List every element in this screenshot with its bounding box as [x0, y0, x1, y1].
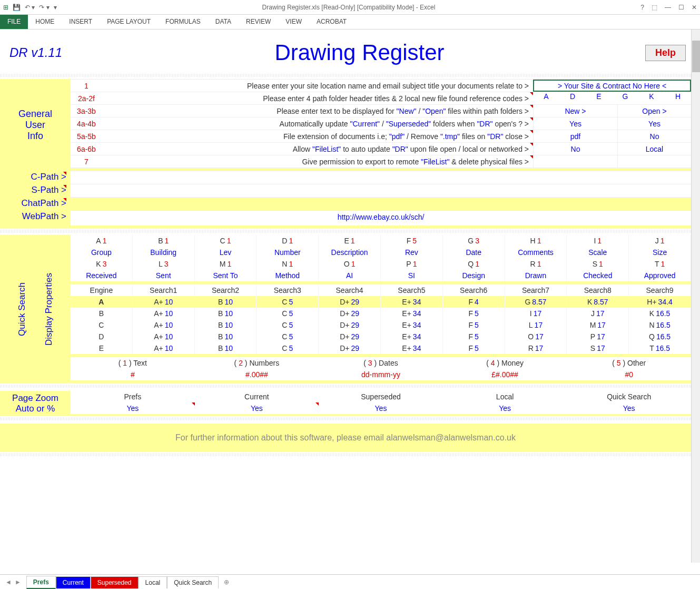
save-icon[interactable]: 💾 — [13, 4, 21, 11]
c-path-input[interactable] — [71, 171, 691, 184]
col-header[interactable]: G3 — [443, 235, 505, 247]
engine-cell[interactable]: D — [71, 331, 133, 342]
col-name[interactable]: Drawn — [505, 270, 567, 281]
col-name[interactable]: Lev — [195, 247, 257, 258]
search-cell[interactable]: D+29 — [319, 331, 381, 342]
col-name[interactable]: Approved — [629, 270, 691, 281]
format-value[interactable]: £#.00## — [443, 369, 567, 380]
ribbon-tab-review[interactable]: REVIEW — [239, 15, 278, 29]
search-cell[interactable]: B10 — [195, 319, 257, 331]
maximize-icon[interactable]: ☐ — [678, 4, 684, 11]
col-header[interactable]: K3 — [71, 258, 133, 270]
format-value[interactable]: #0 — [567, 369, 691, 380]
search-cell[interactable]: N16.5 — [629, 319, 691, 331]
col-name[interactable]: Comments — [505, 247, 567, 258]
col-name[interactable]: Rev — [381, 247, 443, 258]
search-cell[interactable]: B10 — [195, 331, 257, 342]
ribbon-tab-data[interactable]: DATA — [208, 15, 239, 29]
search-cell[interactable]: A+10 — [133, 342, 195, 354]
col-name[interactable]: Building — [133, 247, 195, 258]
format-value[interactable]: # — [71, 369, 195, 380]
search-cell[interactable]: L17 — [505, 319, 567, 331]
search-cell[interactable]: F5 — [443, 319, 505, 331]
general-row-7[interactable]: 7 Give permission to export to remote "F… — [71, 155, 691, 168]
col-header[interactable]: M1 — [195, 258, 257, 270]
col-name[interactable]: Design — [443, 270, 505, 281]
search-cell[interactable]: J17 — [567, 308, 629, 319]
search-cell[interactable]: C5 — [257, 319, 319, 331]
col-name[interactable]: Date — [443, 247, 505, 258]
col-header[interactable]: N1 — [257, 258, 319, 270]
col-header[interactable]: P1 — [381, 258, 443, 270]
chat-path-input[interactable] — [71, 197, 691, 210]
col-name[interactable]: Received — [71, 270, 133, 281]
ribbon-tab-formulas[interactable]: FORMULAS — [158, 15, 208, 29]
general-row-2[interactable]: 2a-2f Please enter 4 path folder header … — [71, 92, 691, 104]
col-name[interactable]: Description — [319, 247, 381, 258]
search-cell[interactable]: S17 — [567, 342, 629, 354]
search-cell[interactable]: C5 — [257, 342, 319, 354]
search-cell[interactable]: E+34 — [381, 308, 443, 319]
search-cell[interactable]: E+34 — [381, 296, 443, 308]
search-cell[interactable]: C5 — [257, 296, 319, 308]
col-name[interactable]: Number — [257, 247, 319, 258]
close-icon[interactable]: ✕ — [692, 4, 697, 11]
format-value[interactable]: #.00## — [195, 369, 319, 380]
col-header[interactable]: O1 — [319, 258, 381, 270]
col-header[interactable]: Q1 — [443, 258, 505, 270]
search-cell[interactable]: T16.5 — [629, 342, 691, 354]
search-cell[interactable]: D+29 — [319, 296, 381, 308]
col-name[interactable]: Checked — [567, 270, 629, 281]
col-header[interactable]: T1 — [629, 258, 691, 270]
search-cell[interactable]: C5 — [257, 331, 319, 342]
ribbon-tab-insert[interactable]: INSERT — [62, 15, 100, 29]
web-path-input[interactable]: http://www.ebay.co.uk/sch/ — [71, 210, 691, 223]
col-header[interactable]: C1 — [195, 235, 257, 247]
search-cell[interactable]: E+34 — [381, 319, 443, 331]
search-cell[interactable]: C5 — [257, 308, 319, 319]
search-cell[interactable]: H+34.4 — [629, 296, 691, 308]
format-value[interactable]: dd-mmm-yy — [319, 369, 443, 380]
col-header[interactable]: J1 — [629, 235, 691, 247]
search-cell[interactable]: A+10 — [133, 308, 195, 319]
col-name[interactable]: Size — [629, 247, 691, 258]
general-row-4[interactable]: 4a-4b Automatically update "Current" / "… — [71, 117, 691, 130]
col-header[interactable]: D1 — [257, 235, 319, 247]
ribbon-tab-home[interactable]: HOME — [28, 15, 62, 29]
zoom-value[interactable]: Yes — [567, 403, 691, 414]
folder-codes[interactable]: A D E G K H — [533, 92, 691, 104]
search-cell[interactable]: F5 — [443, 342, 505, 354]
search-cell[interactable]: F5 — [443, 308, 505, 319]
site-input[interactable]: > Your Site & Contract No Here < — [533, 80, 691, 92]
engine-cell[interactable]: C — [71, 319, 133, 331]
search-cell[interactable]: I17 — [505, 308, 567, 319]
search-cell[interactable]: A+10 — [133, 331, 195, 342]
zoom-value[interactable]: Yes — [319, 403, 443, 414]
ribbon-tab-acrobat[interactable]: ACROBAT — [309, 15, 354, 29]
search-cell[interactable]: F5 — [443, 331, 505, 342]
search-cell[interactable]: R17 — [505, 342, 567, 354]
general-row-1[interactable]: 1 Please enter your site location name a… — [71, 79, 691, 92]
redo-icon[interactable]: ↷ ▾ — [39, 4, 49, 11]
s-path-input[interactable] — [71, 184, 691, 197]
search-cell[interactable]: D+29 — [319, 308, 381, 319]
search-cell[interactable]: B10 — [195, 296, 257, 308]
engine-cell[interactable]: A — [71, 296, 133, 308]
col-header[interactable]: S1 — [567, 258, 629, 270]
ribbon-tab-view[interactable]: VIEW — [278, 15, 309, 29]
ribbon-tab-page-layout[interactable]: PAGE LAYOUT — [100, 15, 158, 29]
col-name[interactable]: Method — [257, 270, 319, 281]
vertical-scrollbar[interactable] — [691, 30, 700, 563]
search-cell[interactable]: K8.57 — [567, 296, 629, 308]
zoom-value[interactable]: Yes — [195, 403, 319, 414]
minimize-icon[interactable]: — — [665, 4, 671, 11]
search-cell[interactable]: A+10 — [133, 296, 195, 308]
ribbon-tab-file[interactable]: FILE — [0, 15, 28, 29]
zoom-value[interactable]: Yes — [71, 403, 195, 414]
zoom-value[interactable]: Yes — [443, 403, 567, 414]
search-cell[interactable]: G8.57 — [505, 296, 567, 308]
col-name[interactable]: AI — [319, 270, 381, 281]
search-cell[interactable]: D+29 — [319, 342, 381, 354]
col-header[interactable]: E1 — [319, 235, 381, 247]
col-name[interactable]: Scale — [567, 247, 629, 258]
